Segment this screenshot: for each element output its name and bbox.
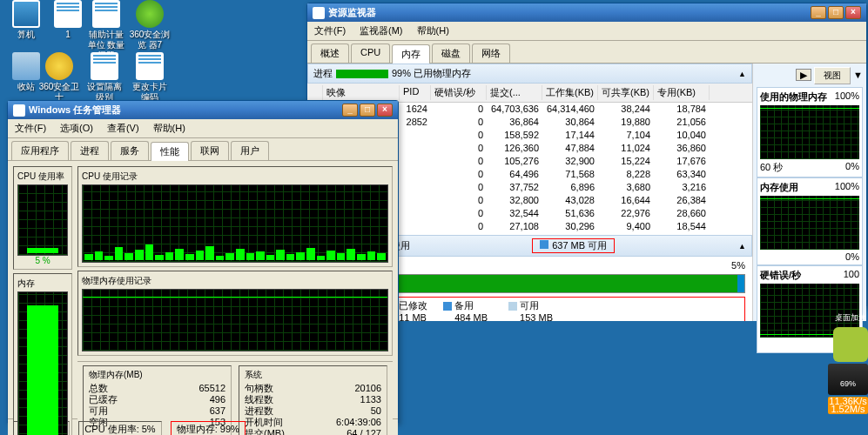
menu-item[interactable]: 文件(F) (11, 121, 50, 136)
tab-应用程序[interactable]: 应用程序 (11, 141, 69, 160)
view-button[interactable]: 视图 (814, 67, 851, 84)
rm-titlebar[interactable]: 资源监视器 _ □ × (307, 3, 866, 22)
desktop-icon[interactable]: 360安全卫士 (38, 52, 80, 103)
rm-tabbar: 概述CPU内存磁盘网络 (307, 41, 866, 64)
android-widget[interactable] (833, 327, 868, 362)
tab-服务[interactable]: 服务 (111, 141, 149, 160)
maximize-button[interactable]: □ (360, 104, 375, 117)
tab-性能[interactable]: 性能 (151, 142, 189, 161)
desktop-icon[interactable]: 更改卡片编码 (129, 52, 171, 103)
menu-item[interactable]: 帮助(H) (414, 23, 453, 38)
menu-item[interactable]: 文件(F) (311, 23, 349, 38)
tray-widgets: 69% 11.36K/s1.52M/s (828, 364, 868, 414)
side-graph-panel: 内存使用100%0% (757, 177, 863, 265)
tm-title: Windows 任务管理器 (29, 104, 121, 117)
close-button[interactable]: × (845, 6, 861, 19)
column-header[interactable]: 工作集(KB) (542, 85, 598, 100)
desktop-icon[interactable]: 设置隔离级别 (84, 52, 125, 103)
tm-titlebar[interactable]: Windows 任务管理器 _ □ × (8, 101, 398, 119)
column-header[interactable]: 映像 (323, 85, 400, 100)
column-header[interactable]: 提交(... (487, 85, 542, 100)
cpu-gauge-widget[interactable]: 69% (828, 364, 868, 395)
collapse-panel-icon[interactable]: ▶ (796, 69, 811, 81)
rm-title: 资源监视器 (328, 6, 376, 19)
column-header[interactable]: 专用(KB) (654, 85, 710, 100)
cpu-history-panel: CPU 使用记录 (77, 166, 393, 267)
memory-panel: 内存 63.3 GB (13, 273, 72, 435)
load-label: 桌面加速 (835, 312, 866, 324)
memory-usage-bar (336, 70, 388, 78)
tab-内存[interactable]: 内存 (392, 44, 430, 64)
column-header[interactable]: 可共享(KB) (598, 85, 654, 100)
collapse-icon[interactable]: ▲ (738, 242, 746, 251)
tab-CPU[interactable]: CPU (351, 44, 390, 63)
minimize-button[interactable]: _ (811, 6, 826, 19)
column-header[interactable]: PID (400, 85, 431, 100)
process-section-header[interactable]: 进程 99% 已用物理内存 ▲ (307, 64, 752, 84)
menu-item[interactable]: 查看(V) (104, 121, 143, 136)
tab-用户[interactable]: 用户 (231, 141, 269, 160)
side-graph-panel: 使用的物理内存100%60 秒0% (757, 87, 863, 177)
column-header[interactable]: 硬错误/秒 (431, 85, 487, 100)
menu-item[interactable]: 帮助(H) (150, 121, 189, 136)
tab-磁盘[interactable]: 磁盘 (432, 44, 470, 63)
task-manager-window[interactable]: Windows 任务管理器 _ □ × 文件(F)选项(O)查看(V)帮助(H)… (7, 100, 399, 424)
tm-menubar: 文件(F)选项(O)查看(V)帮助(H) (8, 119, 398, 138)
desktop-icon[interactable]: 1 (47, 0, 89, 40)
desktop-icon[interactable]: 算机 (5, 0, 47, 40)
tm-tabbar: 应用程序进程服务性能联网用户 (8, 138, 398, 161)
memory-history-panel: 物理内存使用记录 (77, 271, 393, 356)
desktop-icon[interactable]: 360安全浏览 器7 (129, 0, 171, 50)
menu-item[interactable]: 选项(O) (57, 121, 97, 136)
network-widget[interactable]: 11.36K/s1.52M/s (828, 397, 868, 414)
tab-联网[interactable]: 联网 (191, 141, 229, 160)
close-button[interactable]: × (377, 104, 393, 117)
cpu-usage-panel: CPU 使用率 5 % (13, 166, 72, 270)
maximize-button[interactable]: □ (828, 6, 844, 19)
collapse-icon[interactable]: ▲ (738, 70, 746, 78)
tab-概述[interactable]: 概述 (311, 44, 349, 63)
minimize-button[interactable]: _ (342, 104, 358, 117)
rm-menubar: 文件(F)监视器(M)帮助(H) (307, 22, 866, 41)
menu-item[interactable]: 监视器(M) (356, 23, 407, 38)
tab-进程[interactable]: 进程 (71, 141, 109, 160)
tab-网络[interactable]: 网络 (472, 44, 510, 63)
